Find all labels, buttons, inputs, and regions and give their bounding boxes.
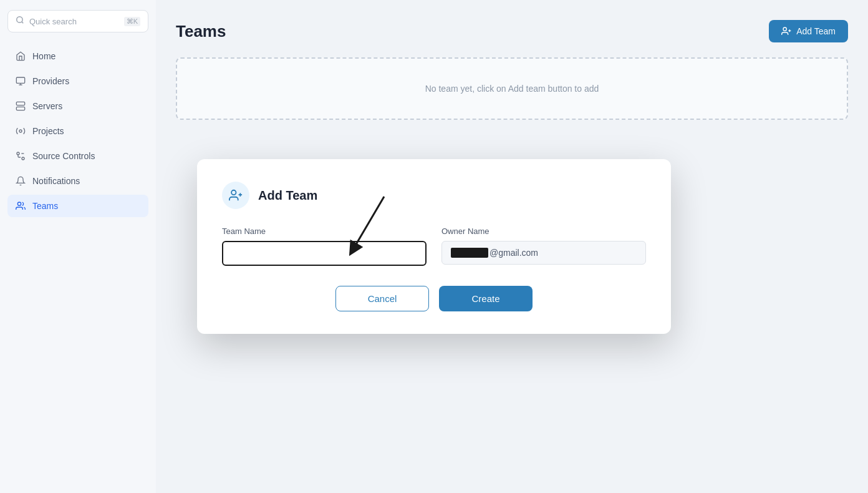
owner-email-suffix: @gmail.com (489, 248, 538, 258)
svg-point-0 (17, 17, 22, 22)
modal-add-team-icon (229, 188, 243, 202)
sidebar-label-projects: Projects (32, 126, 64, 136)
sidebar-item-providers[interactable]: Providers (7, 70, 148, 92)
svg-rect-5 (16, 102, 24, 105)
modal-header: Add Team (222, 182, 646, 209)
page-title: Teams (176, 22, 226, 41)
search-placeholder: Quick search (29, 17, 119, 26)
svg-point-14 (783, 27, 786, 31)
home-icon (15, 51, 26, 62)
create-button[interactable]: Create (439, 286, 533, 311)
team-name-input[interactable] (222, 241, 427, 266)
owner-name-value: @gmail.com (441, 241, 646, 265)
empty-state: No team yet, click on Add team button to… (176, 57, 848, 120)
sidebar-label-servers: Servers (32, 101, 62, 111)
providers-icon (15, 76, 26, 87)
team-name-field-group: Team Name (222, 227, 427, 266)
svg-point-9 (19, 130, 22, 132)
owner-redacted-block (451, 248, 488, 258)
teams-icon (15, 200, 26, 212)
sidebar-item-servers[interactable]: Servers (7, 95, 148, 117)
source-controls-icon (15, 150, 26, 162)
empty-state-text: No team yet, click on Add team button to… (425, 84, 599, 94)
sidebar-item-notifications[interactable]: Notifications (7, 170, 148, 192)
servers-icon (15, 100, 26, 112)
search-icon (16, 16, 24, 27)
svg-point-13 (17, 202, 21, 205)
notifications-icon (15, 175, 26, 187)
sidebar-label-home: Home (32, 51, 55, 61)
svg-point-18 (231, 190, 236, 195)
page-header: Teams Add Team (176, 20, 848, 42)
svg-rect-2 (16, 77, 24, 83)
add-team-label: Add Team (796, 26, 836, 36)
quick-search[interactable]: Quick search ⌘K (7, 10, 148, 32)
add-team-button[interactable]: Add Team (769, 20, 848, 42)
sidebar: Quick search ⌘K Home Providers Servers (0, 0, 156, 493)
svg-point-10 (22, 157, 24, 160)
sidebar-item-teams[interactable]: Teams (7, 195, 148, 217)
svg-line-1 (22, 22, 24, 24)
modal-title: Add Team (258, 188, 317, 203)
modal-actions: Cancel Create (222, 286, 646, 311)
svg-point-11 (17, 152, 19, 155)
owner-name-label: Owner Name (441, 227, 646, 236)
projects-icon (15, 125, 26, 137)
sidebar-label-source-controls: Source Controls (32, 151, 95, 161)
sidebar-item-projects[interactable]: Projects (7, 120, 148, 142)
sidebar-label-notifications: Notifications (32, 176, 80, 186)
sidebar-label-teams: Teams (32, 201, 58, 211)
cancel-button[interactable]: Cancel (335, 286, 429, 311)
owner-name-field-group: Owner Name @gmail.com (441, 227, 646, 266)
sidebar-label-providers: Providers (32, 76, 69, 86)
search-shortcut: ⌘K (124, 17, 140, 26)
add-team-modal: Add Team Team Name Owner Name @gmail.com… (197, 159, 671, 334)
add-team-icon (781, 26, 791, 36)
svg-rect-6 (16, 107, 24, 110)
modal-icon-wrapper (222, 182, 249, 209)
sidebar-item-home[interactable]: Home (7, 45, 148, 67)
sidebar-item-source-controls[interactable]: Source Controls (7, 145, 148, 167)
team-name-label: Team Name (222, 227, 427, 236)
modal-fields: Team Name Owner Name @gmail.com (222, 227, 646, 266)
